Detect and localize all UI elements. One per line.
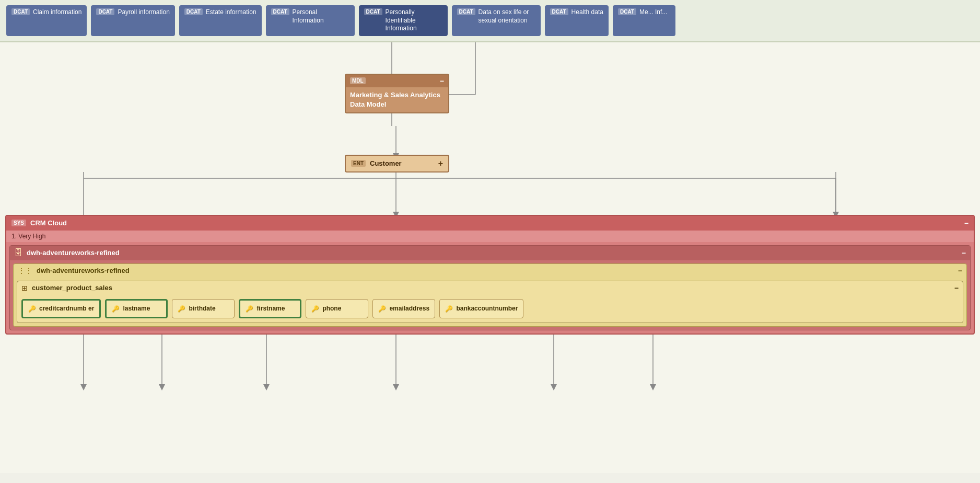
dwh-schema-container: ⋮⋮ dwh-adventureworks-refined − ⊞ custom… [13, 263, 967, 327]
canvas: MDL − Marketing & Sales Analytics Data M… [0, 42, 980, 473]
dcat-label: Payroll information [118, 8, 169, 17]
col-label: birthdate [189, 305, 215, 313]
column-icon: 🔑 [246, 305, 253, 313]
mdl-node[interactable]: MDL − Marketing & Sales Analytics Data M… [345, 74, 449, 113]
dcat-card-sexlife[interactable]: DCAT Data on sex life or sexual orientat… [452, 5, 541, 36]
ent-badge: ENT [351, 160, 366, 167]
dwh-schema-collapse-btn[interactable]: − [958, 267, 962, 275]
dcat-badge: DCAT [184, 8, 203, 15]
dcat-card-health[interactable]: DCAT Health data [545, 5, 609, 36]
dcat-card-claim[interactable]: DCAT Claim information [6, 5, 87, 36]
dcat-label: Health data [571, 8, 603, 17]
column-icon: 🔑 [178, 305, 185, 313]
col-card-bankaccountnumber[interactable]: 🔑 bankaccountnumber [439, 299, 523, 319]
mdl-badge: MDL [350, 77, 366, 84]
table-label: customer_product_sales [32, 284, 950, 292]
table-container: ⊞ customer_product_sales − 🔑 creditcardn… [17, 281, 963, 324]
dcat-badge: DCAT [364, 8, 382, 15]
sys-badge: SYS [11, 220, 26, 226]
dcat-badge: DCAT [11, 8, 30, 15]
mdl-node-header: MDL − [346, 75, 448, 87]
dwh-db-collapse-btn[interactable]: − [962, 249, 966, 257]
dcat-badge: DCAT [96, 8, 114, 15]
risk-label: 1. Very High [6, 231, 974, 242]
col-label: bankaccountnumber [456, 305, 518, 313]
dwh-schema-label: dwh-adventureworks-refined [37, 267, 954, 274]
dcat-card-medical[interactable]: DCAT Me... Inf... [613, 5, 675, 36]
col-card-creditcardnumber[interactable]: 🔑 creditcardnumb er [21, 299, 101, 319]
dcat-badge: DCAT [271, 8, 289, 15]
ent-label: Customer [370, 159, 434, 167]
dcat-label: Personally Identifiable Information [386, 8, 442, 33]
dcat-badge: DCAT [618, 8, 636, 15]
col-label: firstname [256, 305, 285, 313]
dcat-label: Personal Information [293, 8, 349, 25]
table-collapse-btn[interactable]: − [954, 284, 959, 292]
dcat-card-payroll[interactable]: DCAT Payroll information [91, 5, 174, 36]
sys-crm-container: SYS CRM Cloud − 1. Very High 🗄 dwh-adven… [5, 215, 975, 335]
dwh-db-label: dwh-adventureworks-refined [27, 249, 958, 257]
dcat-badge: DCAT [550, 8, 568, 15]
table-icon: ⊞ [21, 284, 28, 292]
col-card-emailaddress[interactable]: 🔑 emailaddress [372, 299, 435, 319]
col-label: creditcardnumb er [39, 305, 94, 313]
columns-row: 🔑 creditcardnumb er 🔑 lastname 🔑 birthda… [17, 295, 963, 323]
column-icon: 🔑 [378, 305, 386, 313]
sys-collapse-btn[interactable]: − [964, 219, 969, 227]
sys-label: CRM Cloud [30, 219, 960, 227]
ent-expand-btn[interactable]: + [438, 159, 443, 168]
dwh-db-header: 🗄 dwh-adventureworks-refined − [10, 246, 970, 260]
dwh-db-container: 🗄 dwh-adventureworks-refined − ⋮⋮ dwh-ad… [9, 245, 971, 331]
sys-header: SYS CRM Cloud − [6, 216, 974, 231]
dwh-schema-header: ⋮⋮ dwh-adventureworks-refined − [14, 264, 966, 278]
col-card-lastname[interactable]: 🔑 lastname [105, 299, 168, 319]
col-label: phone [322, 305, 341, 313]
col-card-phone[interactable]: 🔑 phone [306, 299, 368, 319]
mdl-collapse-btn[interactable]: − [440, 77, 444, 85]
col-label: emailaddress [389, 305, 429, 313]
dcat-card-personal[interactable]: DCAT Personal Information [266, 5, 355, 36]
table-header: ⊞ customer_product_sales − [17, 281, 963, 295]
column-icon: 🔑 [112, 305, 120, 313]
column-icon: 🔑 [311, 305, 319, 313]
database-icon: 🗄 [14, 248, 22, 258]
col-card-firstname[interactable]: 🔑 firstname [239, 299, 301, 319]
dcat-card-pii[interactable]: DCAT Personally Identifiable Information [359, 5, 448, 36]
dcat-card-estate[interactable]: DCAT Estate information [179, 5, 262, 36]
col-card-birthdate[interactable]: 🔑 birthdate [172, 299, 235, 319]
col-label: lastname [123, 305, 150, 313]
column-icon: 🔑 [28, 305, 36, 313]
dcat-label: Data on sex life or sexual orientation [479, 8, 535, 25]
dcat-badge: DCAT [457, 8, 475, 15]
dcat-bar: DCAT Claim information DCAT Payroll info… [0, 0, 980, 42]
schema-icon: ⋮⋮ [18, 267, 32, 275]
dcat-label: Estate information [206, 8, 256, 17]
mdl-node-body: Marketing & Sales Analytics Data Model [346, 87, 448, 112]
ent-customer-node[interactable]: ENT Customer + [345, 155, 449, 172]
dcat-label: Me... Inf... [639, 8, 667, 17]
column-icon: 🔑 [445, 305, 453, 313]
dcat-label: Claim information [33, 8, 81, 17]
